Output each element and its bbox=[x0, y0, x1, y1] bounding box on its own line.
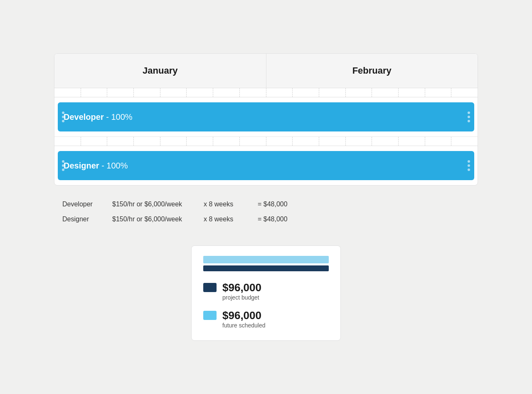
budget-table: Developer $150/hr or $6,000/week x 8 wee… bbox=[54, 201, 478, 230]
gantt-ticks-2 bbox=[54, 137, 478, 146]
tick-13 bbox=[372, 137, 399, 146]
developer-gantt-row: Developer - 100% bbox=[54, 97, 478, 137]
budget-role-developer: Developer bbox=[62, 201, 112, 208]
tick-2 bbox=[81, 137, 108, 146]
tick-10 bbox=[293, 137, 319, 146]
dot bbox=[62, 120, 64, 122]
tick-3 bbox=[107, 137, 134, 146]
tick-7 bbox=[213, 137, 240, 146]
tick-8 bbox=[240, 88, 266, 97]
designer-bar-label-suffix: - 100% bbox=[99, 161, 128, 170]
tick-8 bbox=[240, 137, 266, 146]
tick-6 bbox=[187, 88, 213, 97]
tick-9 bbox=[266, 137, 293, 146]
designer-bar-label: Designer - 100% bbox=[64, 161, 128, 171]
budget-weeks-developer: x 8 weeks bbox=[204, 201, 258, 208]
tick-14 bbox=[399, 137, 425, 146]
summary-item-project-budget: $96,000 project budget bbox=[203, 281, 329, 301]
budget-weeks-designer: x 8 weeks bbox=[204, 216, 258, 223]
tick-16 bbox=[451, 137, 478, 146]
tick-3 bbox=[107, 88, 134, 97]
dot bbox=[468, 120, 470, 122]
tick-7 bbox=[213, 88, 240, 97]
future-scheduled-amount: $96,000 bbox=[222, 309, 266, 322]
budget-row-designer: Designer $150/hr or $6,000/week x 8 week… bbox=[62, 216, 470, 223]
dot bbox=[468, 169, 470, 171]
dot bbox=[62, 169, 64, 171]
tick-15 bbox=[425, 88, 452, 97]
dot bbox=[62, 160, 64, 163]
designer-bar-dots-left bbox=[62, 160, 64, 171]
gantt-chart: January February bbox=[54, 53, 478, 186]
dot bbox=[468, 160, 470, 163]
developer-bar-label-suffix: - 100% bbox=[104, 112, 133, 121]
summary-card: $96,000 project budget $96,000 future sc… bbox=[191, 245, 341, 341]
tick-15 bbox=[425, 137, 452, 146]
tick-10 bbox=[293, 88, 319, 97]
developer-bar-dots-left bbox=[62, 112, 64, 122]
project-budget-label: project budget bbox=[222, 294, 261, 301]
budget-role-designer: Designer bbox=[62, 216, 112, 223]
january-header: January bbox=[54, 54, 266, 88]
dot bbox=[62, 112, 64, 114]
gantt-ticks bbox=[54, 88, 478, 97]
designer-gantt-row: Designer - 100% bbox=[54, 146, 478, 185]
tick-4 bbox=[134, 137, 160, 146]
summary-item-future-scheduled: $96,000 future scheduled bbox=[203, 309, 329, 329]
developer-bar[interactable]: Developer - 100% bbox=[58, 102, 474, 131]
tick-16 bbox=[451, 88, 478, 97]
dot bbox=[62, 164, 64, 167]
tick-5 bbox=[160, 88, 187, 97]
tick-12 bbox=[346, 88, 372, 97]
budget-row-developer: Developer $150/hr or $6,000/week x 8 wee… bbox=[62, 201, 470, 208]
dot bbox=[468, 116, 470, 118]
dot bbox=[62, 116, 64, 118]
designer-bar-label-bold: Designer bbox=[64, 161, 99, 170]
developer-bar-label-bold: Developer bbox=[64, 112, 104, 121]
legend-box-light bbox=[203, 311, 217, 320]
tick-9 bbox=[266, 88, 293, 97]
project-budget-amount: $96,000 bbox=[222, 281, 261, 294]
budget-total-designer: = $48,000 bbox=[258, 216, 308, 223]
tick-11 bbox=[319, 137, 346, 146]
summary-chart bbox=[203, 256, 329, 271]
tick-1 bbox=[54, 137, 81, 146]
tick-2 bbox=[81, 88, 108, 97]
tick-12 bbox=[346, 137, 372, 146]
gantt-header: January February bbox=[54, 54, 478, 88]
tick-4 bbox=[134, 88, 160, 97]
tick-14 bbox=[399, 88, 425, 97]
designer-bar[interactable]: Designer - 100% bbox=[58, 151, 474, 180]
dot bbox=[468, 112, 470, 114]
dot bbox=[468, 164, 470, 167]
tick-5 bbox=[160, 137, 187, 146]
tick-11 bbox=[319, 88, 346, 97]
developer-bar-label: Developer - 100% bbox=[64, 112, 133, 122]
developer-bar-dots-right bbox=[468, 112, 470, 122]
summary-text-future-scheduled: $96,000 future scheduled bbox=[222, 309, 266, 329]
budget-rate-designer: $150/hr or $6,000/week bbox=[112, 216, 204, 223]
future-scheduled-label: future scheduled bbox=[222, 322, 266, 329]
legend-box-dark bbox=[203, 283, 217, 292]
designer-bar-dots-right bbox=[468, 160, 470, 171]
chart-bar-outer bbox=[203, 256, 329, 263]
tick-6 bbox=[187, 137, 213, 146]
tick-13 bbox=[372, 88, 399, 97]
chart-bar-inner bbox=[203, 265, 329, 271]
february-header: February bbox=[266, 54, 478, 88]
tick-1 bbox=[54, 88, 81, 97]
summary-text-project-budget: $96,000 project budget bbox=[222, 281, 261, 301]
main-container: January February bbox=[54, 53, 478, 341]
budget-total-developer: = $48,000 bbox=[258, 201, 308, 208]
budget-rate-developer: $150/hr or $6,000/week bbox=[112, 201, 204, 208]
